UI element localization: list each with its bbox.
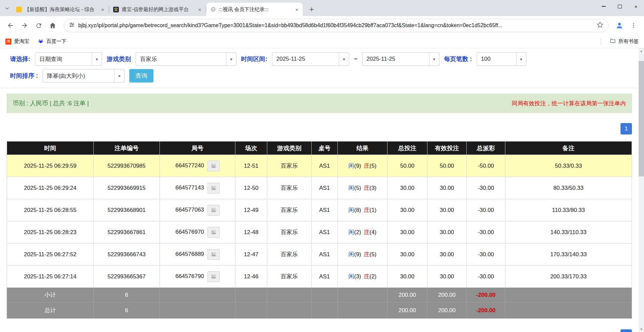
empty-cell (235, 288, 267, 302)
round-image-button[interactable] (208, 227, 220, 238)
header-session: 场次 (235, 142, 267, 155)
minimize-button[interactable] (596, 0, 612, 13)
all-bookmarks-button[interactable]: 所有书签 (610, 38, 639, 45)
browser-toolbar: bjbj.xyz/ipl/portal.php/game/betrecord_s… (0, 16, 644, 35)
round-image-button[interactable] (208, 183, 220, 193)
table-row: 2025-11-25 06:29:24 522993669915 6645771… (7, 177, 632, 199)
round-image-button[interactable] (208, 161, 220, 171)
tab-title: :::视讯 会员下注纪录::: (219, 6, 291, 13)
banker-label: 庄 (364, 185, 370, 191)
pagination-page-1-bottom[interactable]: 1 (620, 329, 632, 332)
back-button[interactable] (4, 19, 17, 32)
bookmarks-bar: 淘 爱淘宝 百度一下 所有书签 (0, 35, 644, 48)
cell-session: 12-51 (235, 155, 267, 177)
chevron-down-icon: ▾ (92, 53, 102, 65)
cell-result: 闲(3)庄(2) (338, 266, 387, 288)
forward-button[interactable] (18, 19, 31, 32)
banker-label: 庄 (364, 273, 370, 280)
table-row: 2025-11-25 06:27:52 522993666743 6645768… (7, 243, 632, 266)
cell-time: 2025-11-25 06:27:14 (7, 266, 94, 288)
round-number: 664577240 (175, 162, 204, 169)
cell-bet-id: 522993669915 (94, 177, 160, 199)
vertical-scrollbar[interactable]: ▲ ▼ (639, 48, 644, 332)
tab-close-icon[interactable]: × (196, 6, 203, 13)
tab-strip: 【新提醒】海燕策略论坛 - 综合 × 宝 通宝-信誉最好的网上游戏平台 × ::… (0, 0, 644, 16)
cell-session: 12-49 (235, 199, 267, 221)
time-sort-label: 时间排序 : (10, 72, 38, 80)
window-controls: × (596, 0, 644, 13)
cell-session: 12-47 (235, 243, 267, 266)
bookmark-label: 爱淘宝 (14, 38, 29, 45)
player-points: (5) (354, 185, 361, 191)
home-button[interactable] (46, 19, 59, 32)
cell-total-bet[interactable]: 30.00 (387, 221, 427, 243)
cell-game: 百家乐 (267, 266, 312, 288)
cell-table: AS1 (312, 155, 338, 177)
tab-tongbao-platform[interactable]: 宝 通宝-信誉最好的网上游戏平台 × (109, 3, 206, 16)
tab-haiyan-forum[interactable]: 【新提醒】海燕策略论坛 - 综合 × (12, 3, 109, 16)
header-round: 局号 (160, 142, 235, 155)
tab-close-icon[interactable]: × (99, 6, 106, 13)
round-image-button[interactable] (208, 271, 220, 282)
cell-payout: -50.00 (467, 155, 505, 177)
valid-bet-notice-text: 同局有效投注，统一计算在该局第一张注单内 (512, 100, 626, 107)
empty-cell (312, 288, 338, 302)
banker-points: (2) (370, 273, 377, 280)
round-image-button[interactable] (208, 249, 220, 260)
header-game: 游戏类别 (267, 142, 312, 155)
date-to-select[interactable]: 2025-11-25 ▾ (362, 52, 440, 66)
round-number: 664576889 (175, 251, 204, 257)
cell-round: 664577143 (160, 177, 235, 199)
close-button[interactable]: × (628, 0, 644, 13)
reload-button[interactable] (32, 19, 45, 32)
query-type-select[interactable]: 日期查询 ▾ (35, 52, 102, 66)
search-button[interactable]: 查询 (129, 69, 153, 82)
subtotal-label: 小计 (7, 288, 94, 302)
cell-total-bet[interactable]: 30.00 (387, 266, 427, 288)
cell-table: AS1 (312, 266, 338, 288)
tab-close-icon[interactable]: × (293, 6, 300, 13)
cell-game: 百家乐 (267, 199, 312, 221)
round-image-button[interactable] (208, 205, 220, 216)
header-payout: 总派彩 (467, 142, 505, 155)
empty-cell (267, 302, 312, 319)
scroll-up-arrow-icon[interactable]: ▲ (639, 48, 644, 54)
bookmark-star-icon[interactable] (597, 21, 603, 30)
bookmark-taobao[interactable]: 淘 爱淘宝 (5, 38, 29, 45)
player-label: 闲 (349, 207, 354, 213)
cell-time: 2025-11-25 06:28:55 (7, 199, 94, 221)
cell-valid-bet: 30.00 (427, 266, 467, 288)
tune-icon[interactable] (69, 22, 75, 29)
bookmark-baidu[interactable]: 百度一下 (38, 38, 66, 45)
cell-valid-bet: 30.00 (427, 243, 467, 266)
maximize-button[interactable] (612, 0, 628, 13)
time-sort-select[interactable]: 降幂(由大到小) ▾ (43, 69, 125, 82)
page-size-select[interactable]: 100 ▾ (477, 52, 526, 66)
cell-round: 664577240 (160, 155, 235, 177)
cell-payout: -30.00 (467, 221, 505, 243)
cell-note: 140.33/110.33 (505, 221, 632, 243)
cell-total-bet[interactable]: 30.00 (387, 177, 427, 199)
cell-result: 闲(9)庄(5) (338, 243, 387, 266)
game-category-select[interactable]: 百家乐 ▾ (136, 52, 236, 66)
chevron-down-icon[interactable] (2, 3, 12, 13)
subtotal-payout: -200.00 (467, 288, 505, 302)
scrollbar-thumb[interactable] (639, 61, 644, 176)
subtotal-count: 6 (94, 288, 160, 302)
cell-total-bet[interactable]: 30.00 (387, 243, 427, 266)
address-bar[interactable]: bjbj.xyz/ipl/portal.php/game/betrecord_s… (64, 19, 608, 32)
url-text[interactable]: bjbj.xyz/ipl/portal.php/game/betrecord_s… (78, 22, 593, 29)
cell-total-bet[interactable]: 50.00 (387, 155, 427, 177)
date-from-select[interactable]: 2025-11-25 ▾ (272, 52, 349, 66)
pagination-page-1[interactable]: 1 (620, 123, 632, 134)
tab-bet-records-active[interactable]: :::视讯 会员下注纪录::: × (206, 3, 303, 16)
round-number: 664576790 (175, 273, 204, 279)
menu-kebab-icon[interactable] (627, 19, 640, 32)
cell-total-bet[interactable]: 30.00 (387, 199, 427, 221)
new-tab-button[interactable]: + (306, 4, 317, 15)
filter-row-2: 时间排序 : 降幂(由大到小) ▾ 查询 (10, 69, 629, 82)
profile-icon[interactable] (613, 19, 626, 32)
cell-result: 闲(2)庄(4) (338, 221, 387, 243)
currency-total-text: 币别 : 人民币 | 总共 :6 注单 | (13, 99, 89, 107)
scroll-down-arrow-icon[interactable]: ▼ (639, 327, 644, 332)
